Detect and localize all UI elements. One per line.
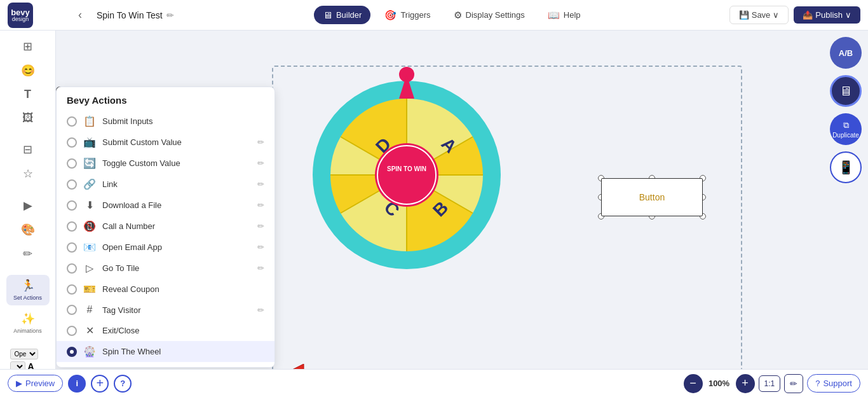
call-icon: 📵 — [83, 220, 96, 232]
duplicate-button[interactable]: ⧉ Duplicate — [830, 113, 862, 145]
edit-toggle-custom-icon[interactable]: ✏ — [257, 158, 264, 168]
action-item-tag-visitor[interactable]: # Tag Visitor ✏ — [57, 300, 275, 320]
action-radio-link[interactable] — [67, 179, 77, 190]
action-item-reveal-coupon[interactable]: 🎫 Reveal Coupon — [57, 279, 275, 300]
actions-panel: Bevy Actions 📋 Submit Inputs 📺 Submit Cu… — [56, 87, 275, 368]
sidebar-item-emoji[interactable]: 😊 — [6, 60, 50, 81]
save-button[interactable]: 💾 Save ∨ — [729, 6, 789, 24]
action-label-link: Link — [102, 179, 251, 189]
nav-triggers[interactable]: 🎯 Triggers — [376, 6, 439, 25]
action-item-email[interactable]: 📧 Open Email App ✏ — [57, 237, 275, 258]
action-label-submit-custom: Submit Custom Value — [102, 137, 251, 147]
action-item-exit-close[interactable]: ✕ Exit/Close — [57, 320, 275, 341]
topbar-nav: 🖥 Builder 🎯 Triggers ⚙ Display Settings … — [182, 6, 722, 25]
animations-label: Animations — [13, 328, 42, 335]
font-size-select[interactable]: 14 — [10, 361, 25, 369]
action-label-email: Open Email App — [102, 242, 251, 252]
go-to-tile-icon: ▷ — [83, 262, 96, 274]
publish-icon: 📤 — [803, 10, 813, 20]
info-button[interactable]: i — [68, 375, 86, 393]
blocks-icon: ⊞ — [23, 39, 32, 53]
action-radio-call[interactable] — [67, 221, 77, 232]
edit-title-icon[interactable]: ✏ — [166, 10, 174, 20]
sidebar-item-image[interactable]: 🖼 — [6, 108, 50, 129]
spin-wheel-svg: D A C B SPIN TO WIN — [311, 80, 502, 270]
canvas-button[interactable]: Button — [601, 178, 703, 216]
action-item-link[interactable]: 🔗 Link ✏ — [57, 174, 275, 195]
action-item-spin-wheel[interactable]: 🎡 Spin The Wheel — [57, 341, 275, 362]
desktop-preview-button[interactable]: 🖥 — [830, 75, 862, 107]
action-radio-submit-inputs[interactable] — [67, 116, 77, 127]
zoom-plus-button[interactable]: + — [736, 374, 755, 393]
mobile-preview-button[interactable]: 📱 — [830, 151, 862, 183]
sidebar-item-text[interactable]: T — [6, 84, 50, 105]
actions-panel-title: Bevy Actions — [57, 87, 275, 111]
canvas-button-label: Button — [639, 192, 665, 202]
sidebar-item-paint[interactable]: 🎨 — [6, 219, 50, 240]
edit-download-icon[interactable]: ✏ — [257, 200, 264, 210]
paint-icon: 🎨 — [21, 223, 35, 237]
support-button[interactable]: ? Support — [807, 374, 860, 393]
font-select[interactable]: Open S... — [10, 349, 38, 359]
edit-go-to-tile-icon[interactable]: ✏ — [257, 263, 264, 273]
nav-help[interactable]: 📖 Help — [539, 6, 590, 25]
support-label: Support — [823, 379, 852, 388]
zoom-edit-button[interactable]: ✏ — [784, 374, 803, 393]
edit-email-icon[interactable]: ✏ — [257, 242, 264, 252]
back-button[interactable]: ‹ — [71, 6, 89, 24]
project-title-area: Spin To Win Test ✏ — [97, 10, 174, 20]
zoom-reset-button[interactable]: 1:1 — [759, 375, 781, 392]
sidebar-item-animations[interactable]: ✨ Animations — [6, 308, 50, 338]
preview-button[interactable]: ▶ Preview — [8, 375, 63, 392]
spin-wheel-icon: 🎡 — [83, 345, 96, 358]
zoom-minus-button[interactable]: − — [684, 374, 703, 393]
edit-link-icon[interactable]: ✏ — [257, 179, 264, 189]
action-item-toggle-custom[interactable]: 🔄 Toggle Custom Value ✏ — [57, 153, 275, 174]
action-label-reveal-coupon: Reveal Coupon — [102, 284, 264, 294]
zoom-controls: − 100% + 1:1 ✏ ? Support — [684, 374, 860, 393]
action-radio-go-to-tile[interactable] — [67, 263, 77, 274]
triggers-icon: 🎯 — [384, 10, 397, 21]
action-item-submit-custom[interactable]: 📺 Submit Custom Value ✏ — [57, 132, 275, 153]
sidebar-item-play[interactable]: ▶ — [6, 195, 50, 216]
support-icon: ? — [815, 379, 820, 388]
ab-test-button[interactable]: A/B — [830, 37, 862, 69]
action-item-go-to-tile[interactable]: ▷ Go To Tile ✏ — [57, 258, 275, 279]
info-icon: i — [76, 379, 78, 388]
action-radio-submit-custom[interactable] — [67, 137, 77, 148]
sidebar-item-pencil[interactable]: ✏ — [6, 243, 50, 265]
action-radio-download[interactable] — [67, 200, 77, 211]
sidebar-item-layout[interactable]: ⊟ — [6, 139, 50, 160]
canvas-dashed-border: D A C B SPIN TO WIN — [272, 66, 742, 369]
nav-display-settings[interactable]: ⚙ Display Settings — [445, 6, 534, 25]
action-radio-exit-close[interactable] — [67, 326, 77, 336]
play-icon: ▶ — [24, 198, 32, 212]
add-button[interactable]: + — [91, 375, 109, 393]
topbar-right: 💾 Save ∨ 📤 Publish ∨ — [729, 6, 860, 24]
action-radio-email[interactable] — [67, 242, 77, 253]
action-radio-spin-wheel[interactable] — [67, 347, 77, 357]
action-radio-tag-visitor[interactable] — [67, 305, 77, 315]
zoom-reset-label: 1:1 — [764, 379, 775, 388]
sidebar-item-star[interactable]: ☆ — [6, 163, 50, 185]
save-icon: 💾 — [739, 10, 749, 20]
link-icon: 🔗 — [83, 178, 96, 190]
edit-submit-custom-icon[interactable]: ✏ — [257, 137, 264, 147]
nav-builder[interactable]: 🖥 Builder — [314, 6, 370, 24]
action-radio-reveal-coupon[interactable] — [67, 284, 77, 295]
help-button[interactable]: ? — [114, 375, 132, 393]
edit-call-icon[interactable]: ✏ — [257, 221, 264, 231]
action-radio-toggle-custom[interactable] — [67, 158, 77, 169]
publish-button[interactable]: 📤 Publish ∨ — [794, 6, 860, 24]
zoom-plus-icon: + — [742, 377, 749, 390]
sidebar-item-set-actions[interactable]: 🏃 Set Actions — [6, 275, 50, 305]
sidebar-item-blocks[interactable]: ⊞ — [6, 36, 50, 57]
action-item-call[interactable]: 📵 Call a Number ✏ — [57, 216, 275, 237]
button-selection: Button — [601, 178, 703, 216]
svg-marker-0 — [278, 364, 355, 369]
action-item-submit-inputs[interactable]: 📋 Submit Inputs — [57, 111, 275, 132]
action-item-download[interactable]: ⬇ Download a File ✏ — [57, 195, 275, 216]
edit-tag-visitor-icon[interactable]: ✏ — [257, 305, 264, 315]
font-size-label: A — [28, 361, 34, 369]
reveal-coupon-icon: 🎫 — [83, 283, 96, 295]
